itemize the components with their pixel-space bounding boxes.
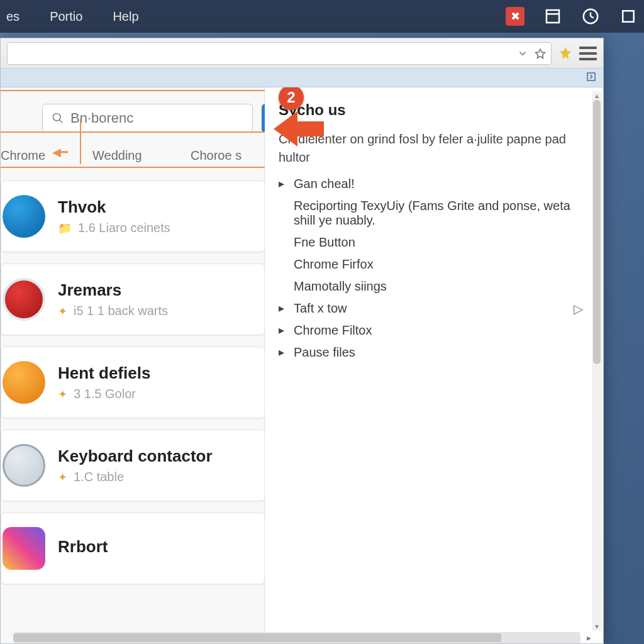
expand-panel-icon[interactable] <box>586 71 597 85</box>
help-item[interactable]: Taft x tow <box>279 297 592 319</box>
help-title: Sycho us <box>279 101 592 119</box>
scroll-right-icon[interactable]: ▸ <box>583 632 594 643</box>
horizontal-scrollbar[interactable]: ▸ <box>13 632 580 643</box>
extension-subtitle: ✦1.C table <box>58 470 253 484</box>
annotation-small-arrow-icon: ◀━ <box>52 145 68 159</box>
addon-icon[interactable] <box>558 46 573 61</box>
menu-item[interactable]: Portio <box>50 9 82 24</box>
dropdown-icon[interactable] <box>517 48 528 59</box>
extension-card[interactable]: Keyboard contactor✦1.C table <box>1 430 265 501</box>
extension-card[interactable]: Rrbort <box>1 513 265 584</box>
bookmark-star-icon[interactable] <box>535 48 546 59</box>
extension-card[interactable]: Thvok📁1.6 Liaro ceinets <box>1 180 265 252</box>
maximize-icon[interactable] <box>619 7 638 26</box>
help-item: Chrome Firfox <box>279 253 592 275</box>
vertical-scrollbar[interactable]: ▴ ▾ <box>592 91 602 631</box>
tab-row: ◀━ Chrome Wedding Choroe s <box>1 143 265 168</box>
extension-icon <box>3 361 45 404</box>
help-item[interactable]: Gan cheal! <box>279 173 592 195</box>
help-item[interactable]: Chrome Filtox <box>279 319 592 341</box>
system-tray-icon[interactable]: ✖ <box>506 7 525 26</box>
scroll-thumb[interactable] <box>593 100 601 364</box>
extension-title: Rrbort <box>58 537 253 557</box>
scroll-up-icon[interactable]: ▴ <box>592 91 602 100</box>
annotation-tick <box>80 119 81 164</box>
extensions-panel: 2 Can o ◀━ Chrome Wedding Choroe <box>1 87 265 643</box>
help-item: Reciporting TexyUiy (Fams Grite and pons… <box>279 195 592 231</box>
info-bar <box>1 69 603 87</box>
extension-icon <box>3 444 45 487</box>
annotation-arrow-icon <box>272 109 324 152</box>
svg-line-9 <box>60 120 63 123</box>
address-bar <box>1 38 603 69</box>
tab-wedding[interactable]: Wedding <box>92 148 142 163</box>
menu-item[interactable]: Help <box>113 9 138 24</box>
svg-point-8 <box>53 114 61 121</box>
help-item: Fne Button <box>279 231 592 253</box>
extension-icon <box>3 195 45 238</box>
clock-icon[interactable] <box>581 7 600 26</box>
extension-card[interactable]: Hent defiels✦3 1.5 Golor <box>1 347 265 418</box>
browser-window: 2 Can o ◀━ Chrome Wedding Choroe <box>0 38 604 644</box>
menu-item[interactable]: es <box>6 9 19 24</box>
extension-title: Hent defiels <box>58 364 253 383</box>
svg-line-4 <box>591 16 594 18</box>
hamburger-menu-icon[interactable] <box>579 47 597 60</box>
extension-title: Thvok <box>58 197 253 217</box>
help-panel: Sycho us Ch dielenter on grind fosl by f… <box>265 87 603 643</box>
extension-card[interactable]: Jremars✦i5 1 1 back warts <box>1 264 265 335</box>
extension-title: Jremars <box>58 280 253 300</box>
scroll-down-icon[interactable]: ▾ <box>592 622 602 631</box>
search-field[interactable] <box>70 110 243 126</box>
svg-rect-0 <box>547 10 559 23</box>
svg-rect-5 <box>623 11 634 22</box>
extension-icon <box>3 527 45 570</box>
help-item[interactable]: Pause files <box>279 341 592 364</box>
extension-subtitle: ✦3 1.5 Golor <box>58 387 253 401</box>
search-input[interactable] <box>42 104 253 133</box>
url-field[interactable] <box>7 42 552 65</box>
svg-marker-6 <box>536 49 545 58</box>
extension-title: Keyboard contactor <box>58 447 253 466</box>
window-icon[interactable] <box>543 7 562 26</box>
search-icon <box>52 112 64 125</box>
scroll-thumb[interactable] <box>13 633 501 642</box>
extension-subtitle: ✦i5 1 1 back warts <box>58 304 253 318</box>
help-intro: Ch dielenter on grind fosl by feler a·ju… <box>279 130 592 167</box>
tab-choroe[interactable]: Choroe s <box>191 148 242 163</box>
tab-chrome[interactable]: Chrome <box>1 148 45 163</box>
svg-rect-7 <box>587 73 595 80</box>
extension-icon <box>3 278 45 321</box>
help-item: Mamotally siings <box>279 275 592 297</box>
extension-subtitle: 📁1.6 Liaro ceinets <box>58 221 253 235</box>
system-menubar: es Portio Help ✖ <box>0 0 644 33</box>
